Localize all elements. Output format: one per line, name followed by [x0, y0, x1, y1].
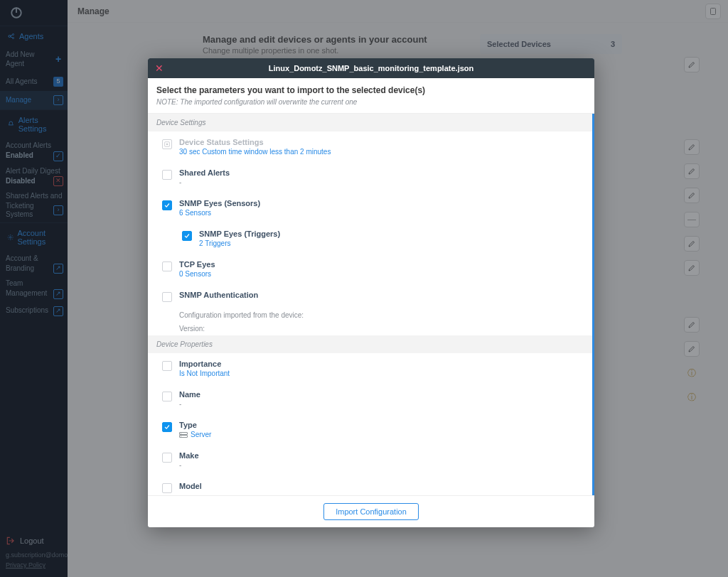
- checkbox-checked[interactable]: [182, 231, 192, 241]
- svg-point-13: [181, 433, 181, 433]
- modal-footer: Import Configuration: [148, 495, 594, 527]
- option-sub: 0 Sensors: [179, 270, 215, 278]
- version-label: Version:: [148, 322, 592, 335]
- check-icon: [164, 424, 171, 431]
- option-make: Make -: [148, 445, 592, 475]
- option-tcp-eyes: TCP Eyes 0 Sensors: [148, 254, 592, 284]
- option-snmp-auth: SNMP Authentication: [148, 284, 592, 308]
- svg-point-14: [181, 436, 181, 436]
- option-title: Make: [179, 451, 199, 460]
- type-value: Server: [191, 431, 211, 438]
- conf-imported-label: Configuration imported from the device:: [148, 308, 592, 322]
- checkbox[interactable]: [162, 292, 172, 302]
- option-sub: 2 Triggers: [199, 239, 280, 247]
- check-icon: [164, 202, 171, 209]
- option-sub: Server: [179, 431, 211, 438]
- option-title: Device Status Settings: [179, 138, 331, 146]
- option-importance: Importance Is Not Important: [148, 353, 592, 384]
- modal-subheader: Select the parameters you want to import…: [148, 78, 594, 114]
- close-icon[interactable]: ✕: [155, 63, 164, 73]
- option-sub: 30 sec Custom time window less than 2 mi…: [179, 148, 331, 156]
- option-device-status: Device Status Settings 30 sec Custom tim…: [148, 131, 592, 162]
- checkbox[interactable]: [162, 483, 172, 493]
- modal-title: Linux_Domotz_SNMP_basic_monitoring_templ…: [269, 64, 474, 72]
- group-header-properties: Device Properties: [148, 335, 592, 353]
- option-type: Type Server: [148, 414, 592, 445]
- checkbox[interactable]: [162, 361, 172, 371]
- option-title: SNMP Eyes (Triggers): [199, 230, 280, 238]
- option-snmp-eyes: SNMP Eyes (Sensors) 6 Sensors: [148, 193, 592, 223]
- import-configuration-button[interactable]: Import Configuration: [323, 503, 419, 520]
- modal-body[interactable]: Device Settings Device Status Settings 3…: [148, 114, 594, 495]
- checkbox-checked[interactable]: [162, 200, 172, 210]
- option-title: SNMP Eyes (Sensors): [179, 199, 260, 207]
- import-modal: ✕ Linux_Domotz_SNMP_basic_monitoring_tem…: [148, 58, 594, 527]
- option-snmp-triggers: SNMP Eyes (Triggers) 2 Triggers: [148, 223, 592, 254]
- option-sub: -: [179, 178, 230, 186]
- option-model: Model -: [148, 475, 592, 495]
- option-title: Name: [179, 390, 200, 399]
- option-title: Model: [179, 482, 202, 490]
- modal-header: ✕ Linux_Domotz_SNMP_basic_monitoring_tem…: [148, 58, 594, 78]
- status-icon: [162, 139, 172, 149]
- modal-subtitle: Select the parameters you want to import…: [156, 85, 586, 95]
- option-sub: Is Not Important: [179, 370, 230, 377]
- option-title: TCP Eyes: [179, 260, 215, 269]
- option-title: Importance: [179, 360, 230, 368]
- svg-point-10: [166, 144, 168, 146]
- option-title: Type: [179, 421, 211, 429]
- checkbox[interactable]: [162, 261, 172, 271]
- option-sub: -: [179, 400, 200, 408]
- option-name: Name -: [148, 384, 592, 414]
- option-shared-alerts: Shared Alerts -: [148, 162, 592, 193]
- group-header-settings: Device Settings: [148, 114, 592, 131]
- option-sub: 6 Sensors: [179, 209, 260, 217]
- checkbox[interactable]: [162, 170, 172, 180]
- checkbox[interactable]: [162, 453, 172, 463]
- server-icon: [179, 431, 188, 438]
- option-sub: -: [179, 461, 199, 469]
- option-title: Shared Alerts: [179, 168, 230, 177]
- modal-note: NOTE: The imported configuration will ov…: [156, 98, 586, 106]
- check-icon: [183, 232, 191, 239]
- checkbox[interactable]: [162, 392, 172, 401]
- checkbox-checked[interactable]: [162, 422, 172, 432]
- option-title: SNMP Authentication: [179, 291, 258, 299]
